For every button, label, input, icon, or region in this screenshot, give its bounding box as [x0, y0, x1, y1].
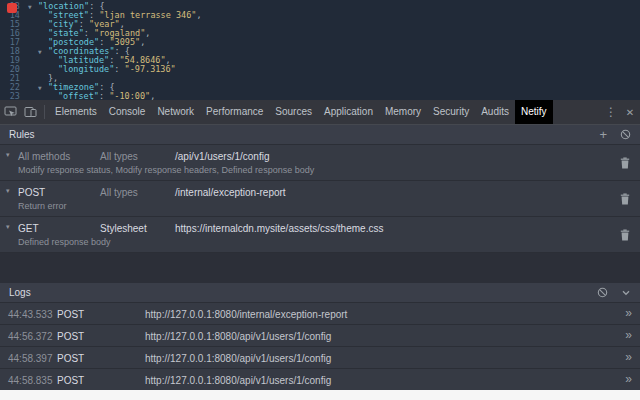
- log-method: POST: [57, 309, 84, 320]
- log-details-icon[interactable]: »: [625, 372, 632, 386]
- rule-pattern: /api/v1/users/1/config: [175, 151, 270, 162]
- log-row[interactable]: 44:58.397POSThttp://127.0.0.1:8080/api/v…: [0, 347, 640, 369]
- log-url: http://127.0.0.1:8080/internal/exception…: [145, 309, 347, 320]
- delete-rule-icon[interactable]: [620, 229, 630, 243]
- tab-memory[interactable]: Memory: [379, 100, 427, 124]
- rule-actions: Defined response body: [18, 237, 111, 247]
- rule-type: All types: [100, 151, 138, 162]
- kebab-menu-icon[interactable]: ⋮: [602, 105, 620, 119]
- code-token-punct: :: [114, 65, 124, 74]
- close-icon[interactable]: ✕: [620, 107, 640, 118]
- log-url: http://127.0.0.1:8080/api/v1/users/1/con…: [145, 353, 331, 364]
- rule-actions: Return error: [18, 201, 67, 211]
- tab-security[interactable]: Security: [427, 100, 475, 124]
- clear-logs-icon[interactable]: [597, 287, 608, 298]
- rule-expand-icon[interactable]: ▾: [6, 223, 10, 231]
- rules-logs-gap: [0, 253, 640, 283]
- rules-list: ▾All methodsAll types/api/v1/users/1/con…: [0, 145, 640, 253]
- screen: 13▼"location": {14"street": "ljan terras…: [0, 0, 640, 400]
- rule-method: GET: [18, 223, 39, 234]
- log-details-icon[interactable]: »: [625, 328, 632, 342]
- tab-audits[interactable]: Audits: [475, 100, 515, 124]
- tab-console[interactable]: Console: [103, 100, 152, 124]
- delete-rule-icon[interactable]: [620, 157, 630, 171]
- rule-row[interactable]: ▾All methodsAll types/api/v1/users/1/con…: [0, 145, 640, 181]
- collapse-toggle-icon[interactable]: ▼: [38, 83, 48, 92]
- rule-expand-icon[interactable]: ▾: [6, 187, 10, 195]
- log-time: 44:56.372: [8, 331, 53, 342]
- tab-application[interactable]: Application: [318, 100, 379, 124]
- clear-rules-icon[interactable]: [620, 129, 631, 140]
- rules-title: Rules: [9, 129, 586, 140]
- log-method: POST: [57, 375, 84, 386]
- devtools-tabs: ElementsConsoleNetworkPerformanceSources…: [49, 100, 602, 124]
- collapse-logs-icon[interactable]: [621, 288, 631, 298]
- log-url: http://127.0.0.1:8080/api/v1/users/1/con…: [145, 375, 331, 386]
- rule-method: All methods: [18, 151, 70, 162]
- logs-header: Logs: [0, 283, 640, 303]
- json-viewer: 13▼"location": {14"street": "ljan terras…: [0, 0, 640, 100]
- code-line: 20"longitude": "-97.3136": [0, 65, 640, 74]
- logs-title: Logs: [9, 287, 584, 298]
- bottom-strip: [0, 390, 640, 400]
- tab-network[interactable]: Network: [151, 100, 200, 124]
- code-token-punct: :: [99, 92, 109, 100]
- toolbar-separator: [44, 105, 45, 119]
- rule-type: Stylesheet: [100, 223, 147, 234]
- log-time: 44:43.533: [8, 309, 53, 320]
- log-method: POST: [57, 353, 84, 364]
- code-token-punct: ,: [196, 11, 201, 20]
- page-badge-icon: [7, 3, 17, 13]
- netify-panel: Rules + ▾All methodsAll types/api/v1/use…: [0, 125, 640, 390]
- add-rule-icon[interactable]: +: [599, 128, 607, 141]
- log-url: http://127.0.0.1:8080/api/v1/users/1/con…: [145, 331, 331, 342]
- code-token-punct: ,: [150, 92, 155, 100]
- devtools-tabbar: ElementsConsoleNetworkPerformanceSources…: [0, 100, 640, 125]
- tab-sources[interactable]: Sources: [269, 100, 318, 124]
- collapse-toggle-icon[interactable]: ▼: [38, 47, 48, 56]
- line-number: 23: [0, 92, 20, 100]
- log-row[interactable]: 44:43.533POSThttp://127.0.0.1:8080/inter…: [0, 303, 640, 325]
- code-token-punct: ,: [140, 38, 145, 47]
- tab-netify[interactable]: Netify: [515, 100, 553, 124]
- rule-row[interactable]: ▾GETStylesheethttps://internalcdn.mysite…: [0, 217, 640, 253]
- code-token-str: "-10:00": [109, 92, 150, 100]
- log-details-icon[interactable]: »: [625, 350, 632, 364]
- collapse-toggle-icon[interactable]: ▼: [28, 2, 38, 11]
- code-token-key: "offset": [58, 92, 99, 100]
- log-method: POST: [57, 331, 84, 342]
- code-token-key: "longitude": [58, 65, 114, 74]
- rule-type: All types: [100, 187, 138, 198]
- rule-actions: Modify response status, Modify response …: [18, 165, 314, 175]
- device-toolbar-icon[interactable]: [20, 100, 40, 124]
- rule-expand-icon[interactable]: ▾: [6, 151, 10, 159]
- code-lines: 13▼"location": {14"street": "ljan terras…: [0, 2, 640, 100]
- code-token-punct: ,: [145, 29, 150, 38]
- log-row[interactable]: 44:56.372POSThttp://127.0.0.1:8080/api/v…: [0, 325, 640, 347]
- code-token-str: "-97.3136": [125, 65, 176, 74]
- log-time: 44:58.397: [8, 353, 53, 364]
- rule-row[interactable]: ▾POSTAll types/internal/exception-report…: [0, 181, 640, 217]
- code-line: 23"offset": "-10:00",: [0, 92, 640, 100]
- log-details-icon[interactable]: »: [625, 306, 632, 320]
- log-time: 44:58.835: [8, 375, 53, 386]
- rule-pattern: /internal/exception-report: [175, 187, 286, 198]
- rule-pattern: https://internalcdn.mysite/assets/css/th…: [175, 223, 383, 234]
- inspect-icon[interactable]: [0, 100, 20, 124]
- tab-performance[interactable]: Performance: [200, 100, 269, 124]
- delete-rule-icon[interactable]: [620, 193, 630, 207]
- log-row[interactable]: 44:58.835POSThttp://127.0.0.1:8080/api/v…: [0, 369, 640, 391]
- rules-header: Rules +: [0, 125, 640, 145]
- rule-method: POST: [18, 187, 45, 198]
- tab-elements[interactable]: Elements: [49, 100, 103, 124]
- logs-list: 44:43.533POSThttp://127.0.0.1:8080/inter…: [0, 303, 640, 391]
